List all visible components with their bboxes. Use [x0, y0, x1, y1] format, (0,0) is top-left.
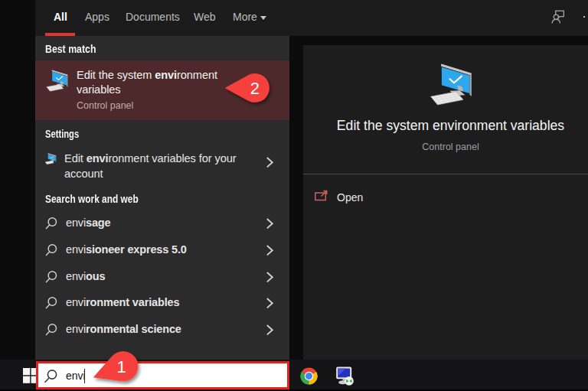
svg-text:1: 1	[116, 357, 126, 376]
svg-text:2: 2	[250, 79, 260, 98]
